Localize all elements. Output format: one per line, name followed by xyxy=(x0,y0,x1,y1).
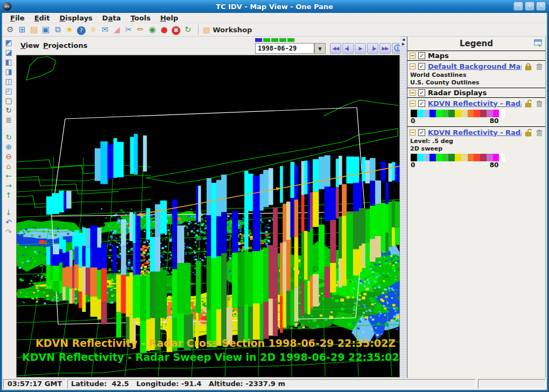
pan-down-button[interactable]: ↓ xyxy=(2,208,15,217)
float-legend-icon[interactable] xyxy=(534,39,543,47)
xsection-colorbar[interactable] xyxy=(411,110,505,117)
radar-visibility-checkbox[interactable]: ✓ xyxy=(418,89,425,96)
record-icon[interactable]: ● xyxy=(158,24,170,35)
view-west-button[interactable]: ◰ xyxy=(2,86,15,96)
zoom-out-button[interactable]: ⊖ xyxy=(2,152,15,161)
view-east-button[interactable]: ◨ xyxy=(2,67,15,76)
refresh-icon[interactable]: ↻ xyxy=(182,24,194,35)
menu-edit[interactable]: Edit xyxy=(30,13,55,23)
close-button[interactable]: ✕ xyxy=(536,2,546,11)
view-bottom-button[interactable]: ◪ xyxy=(2,47,15,57)
panel-splitter[interactable]: ◀ ▶ xyxy=(400,37,407,378)
step-back-button[interactable]: ◀▏ xyxy=(342,43,354,54)
save-icon[interactable]: ▣ xyxy=(40,24,52,35)
colorbar-min-label: 0 xyxy=(411,117,415,125)
time-dropdown-button[interactable]: ▼ xyxy=(314,43,326,54)
redo-button[interactable]: ↷ xyxy=(2,227,15,237)
menu-tools[interactable]: Tools xyxy=(125,13,155,23)
view-top-button[interactable]: ◩ xyxy=(2,38,15,47)
vertical-scale-button[interactable]: ≣ xyxy=(2,115,15,125)
menu-view[interactable]: View xyxy=(20,41,39,49)
menu-displays[interactable]: Displays xyxy=(55,13,97,23)
delete-display-icon[interactable] xyxy=(536,62,543,70)
new-window-icon[interactable]: ⊞ xyxy=(16,24,28,35)
xsection-visibility-checkbox[interactable]: ✓ xyxy=(418,100,425,107)
view-south-button[interactable]: ◫ xyxy=(2,76,15,86)
map-view[interactable]: KDVN Reflectivity - Radar Cross Section … xyxy=(16,55,400,377)
collapse-sweep-button[interactable]: − xyxy=(410,130,416,136)
legend-title: Legend xyxy=(407,37,545,51)
clock-readout: 03:57:17 GMT xyxy=(3,379,66,389)
radar-map-canvas[interactable] xyxy=(17,55,399,377)
menu-help[interactable]: Help xyxy=(156,13,183,23)
pan-right-button[interactable]: → xyxy=(2,181,15,190)
time-select[interactable]: 1998-06-29 22:35:02Z xyxy=(255,43,314,54)
delete-display-icon[interactable] xyxy=(536,99,543,108)
menu-projections[interactable]: Projections xyxy=(43,41,87,49)
home-view-button[interactable]: ⌂ xyxy=(2,161,15,171)
window-title: TC IDV - Map View - One Pane xyxy=(0,3,549,11)
menu-file[interactable]: File xyxy=(5,13,30,23)
maps-visibility-checkbox[interactable]: ✓ xyxy=(418,52,425,59)
idv-window: IDV TC IDV - Map View - One Pane – + ✕ F… xyxy=(0,0,549,392)
help-icon[interactable]: ? xyxy=(77,26,86,35)
go-first-button[interactable]: ◀◀ xyxy=(330,43,341,54)
sweep-colorbar[interactable] xyxy=(411,154,505,161)
colorbar-max-label: 80 xyxy=(486,161,502,169)
title-bar[interactable]: IDV TC IDV - Map View - One Pane – + ✕ xyxy=(0,0,549,13)
tip-icon[interactable]: ☼ xyxy=(87,24,99,35)
legend-panel: Legend − ✓ Maps − ✓ Default Background M… xyxy=(407,37,546,378)
cross-section-caption: KDVN Reflectivity - Radar Cross Section … xyxy=(36,337,396,349)
xsection-link[interactable]: KDVN Reflectivity - Radar C... xyxy=(428,99,522,108)
toolbar-divider xyxy=(198,25,199,34)
world-coastlines-label: World Coastlines xyxy=(407,72,545,79)
play-button[interactable]: ▶ xyxy=(355,43,366,54)
collapse-maps-button[interactable]: − xyxy=(410,53,416,59)
lock-open-icon[interactable] xyxy=(524,99,532,108)
maximize-button[interactable]: + xyxy=(525,2,534,11)
eraser-icon[interactable]: ◢ xyxy=(111,24,123,35)
lock-closed-icon[interactable] xyxy=(524,62,532,70)
workshop-button[interactable]: ▤ Workshop xyxy=(203,25,252,34)
cut-icon[interactable]: ✂ xyxy=(123,24,135,35)
view-north-button[interactable]: ◧ xyxy=(2,57,15,67)
collapse-xsection-button[interactable]: − xyxy=(410,101,416,106)
delete-display-icon[interactable] xyxy=(536,129,543,137)
undo-button[interactable]: ↶ xyxy=(2,217,15,227)
time-step-indicator xyxy=(255,38,294,42)
status-bar: 03:57:17 GMT Latitude: 42.5 Longitude: -… xyxy=(2,378,547,390)
rotate-view-button[interactable]: ↻ xyxy=(2,105,15,115)
status-message-box xyxy=(478,379,546,389)
stop-icon[interactable]: ✖ xyxy=(172,26,180,35)
menu-data[interactable]: Data xyxy=(97,13,126,23)
bgmaps-visibility-checkbox[interactable]: ✓ xyxy=(418,63,425,70)
globe-icon[interactable]: ◉ xyxy=(146,24,158,35)
open-file-icon[interactable]: ▤ xyxy=(28,24,40,35)
zoom-in-button[interactable]: ⊕ xyxy=(2,142,15,152)
go-last-button[interactable]: ▶▶ xyxy=(379,43,391,54)
sweep-visibility-checkbox[interactable]: ✓ xyxy=(418,129,425,136)
collapse-right-icon[interactable]: ▶ xyxy=(400,42,407,46)
radar-section-label: Radar Displays xyxy=(428,89,487,97)
maps-section-label: Maps xyxy=(428,52,449,60)
pan-up-button[interactable]: ↑ xyxy=(2,190,15,200)
cursor-position-readout: Latitude: 42.5 Longitude: -91.4 Altitude… xyxy=(67,379,476,389)
collapse-bgmaps-button[interactable]: − xyxy=(410,63,416,69)
bgmaps-link[interactable]: Default Background Maps xyxy=(428,62,522,70)
perspective-button[interactable]: ▢ xyxy=(2,96,15,105)
map-header: View Projections 1998-06-29 22:35:02Z ▼ … xyxy=(15,37,400,55)
lock-open-icon[interactable] xyxy=(524,129,532,137)
support-icon[interactable]: ✉ xyxy=(99,24,111,35)
collapse-radar-button[interactable]: − xyxy=(410,90,416,96)
toolbar-icons: ⚙⊞▤▣⧉★?☼✉◢✂✏◉●✖↻ xyxy=(4,24,194,35)
auto-rotate-button[interactable]: ↻ xyxy=(2,132,15,142)
edit-icon[interactable]: ✏ xyxy=(135,24,146,35)
minimize-button[interactable]: – xyxy=(513,2,523,11)
pan-left-button[interactable]: ← xyxy=(2,171,15,181)
collapse-left-icon[interactable]: ◀ xyxy=(400,38,407,42)
copy-icon[interactable]: ⧉ xyxy=(52,24,64,35)
favorites-icon[interactable]: ★ xyxy=(64,24,75,35)
dashboard-icon[interactable]: ⚙ xyxy=(4,24,16,35)
step-forward-button[interactable]: ▕▶ xyxy=(367,43,378,54)
sweep-link[interactable]: KDVN Reflectivity - Radar S... xyxy=(428,129,522,137)
